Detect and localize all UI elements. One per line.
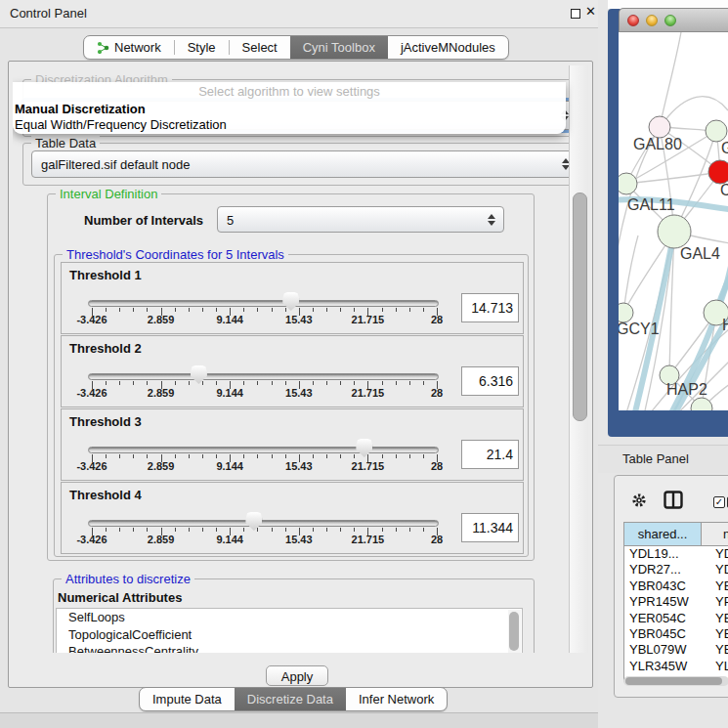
threshold-value-field[interactable]: 11.344 [461, 513, 519, 542]
threshold-value-field[interactable]: 14.713 [461, 293, 519, 322]
network-node[interactable] [619, 303, 633, 322]
cell-name[interactable]: YBR0 [702, 626, 728, 642]
cell-name[interactable]: YPR1 [702, 594, 728, 610]
tab-style[interactable]: Style [175, 36, 229, 59]
cell-shared-name[interactable]: YPR145W [624, 594, 702, 610]
attribute-list-item[interactable]: TopologicalCoefficient [57, 626, 522, 644]
slider-handle[interactable] [191, 365, 207, 384]
cell-shared-name[interactable]: YBL079W [624, 642, 702, 658]
cell-name[interactable]: YDR2 [702, 562, 728, 578]
cell-name[interactable]: YER0 [702, 611, 728, 626]
scale-label: -3.426 [76, 314, 107, 325]
dock-bottom-strip [0, 712, 598, 728]
table-row[interactable]: YLR345WYLR3 [624, 659, 728, 674]
tick-mark [423, 308, 424, 312]
attributes-list-scrollbar[interactable] [508, 610, 521, 653]
settings-scrollbar[interactable] [569, 65, 588, 653]
cell-name[interactable]: YDL1 [702, 546, 728, 562]
dropdown-item[interactable]: Equal Width/Frequency Discretization [13, 117, 566, 133]
tick-mark [243, 454, 244, 458]
tick-mark [313, 528, 314, 532]
tab-jactivemnodules[interactable]: jActiveMNodules [388, 36, 508, 59]
tick-mark [340, 454, 341, 458]
tick-mark [409, 528, 410, 532]
column-header-shared[interactable]: shared... [624, 523, 702, 546]
slider-track[interactable] [88, 447, 439, 453]
scrollbar-thumb[interactable] [573, 193, 587, 421]
num-intervals-combo[interactable]: 5 [217, 206, 504, 233]
tick-mark [354, 381, 355, 385]
checkbox-icon[interactable]: ✓ [713, 496, 725, 508]
attribute-list-item[interactable]: BetweennessCentrality [57, 643, 522, 653]
close-icon[interactable]: ✕ [585, 4, 596, 19]
tick-mark [340, 308, 341, 312]
zoom-traffic-light[interactable] [664, 15, 676, 26]
scale-label: 28 [431, 387, 443, 399]
tab-cyni-toolbox[interactable]: Cyni Toolbox [290, 36, 388, 59]
table-row[interactable]: YBR045CYBR0 [624, 626, 728, 642]
tick-mark [326, 308, 327, 312]
numerical-attributes-list[interactable]: SelfLoopsTopologicalCoefficientBetweenne… [56, 608, 523, 653]
minimize-traffic-light[interactable] [646, 15, 658, 26]
network-window-titlebar[interactable] [619, 8, 728, 32]
column-header-name[interactable]: n [702, 523, 728, 546]
network-node[interactable] [708, 160, 728, 184]
columns-icon[interactable] [664, 491, 684, 514]
tab-select[interactable]: Select [230, 36, 290, 59]
cell-shared-name[interactable]: YDR27... [624, 562, 702, 578]
slider-track[interactable] [88, 300, 439, 307]
cell-shared-name[interactable]: YLR345W [624, 659, 702, 674]
cell-name[interactable]: YBL0 [702, 642, 728, 658]
network-icon [97, 41, 109, 54]
node-label: GAL11 [627, 196, 675, 213]
threshold-value-field[interactable]: 21.4 [461, 440, 519, 469]
slider-handle[interactable] [245, 512, 262, 531]
scale-label: 28 [431, 314, 443, 325]
slider-track[interactable] [88, 520, 439, 527]
table-row[interactable]: YDR27...YDR2 [624, 562, 728, 578]
table-row[interactable]: YDL19...YDL1 [624, 546, 728, 562]
table-row[interactable]: YBL079WYBL0 [624, 642, 728, 658]
cell-name[interactable]: YBR0 [702, 578, 728, 594]
network-node[interactable] [649, 116, 670, 138]
slider-track[interactable] [88, 373, 439, 380]
attribute-list-item[interactable]: SelfLoops [57, 609, 522, 626]
bottom-tabstrip: Impute DataDiscretize DataInfer Network [139, 687, 448, 711]
cell-shared-name[interactable]: YBR045C [624, 626, 702, 642]
tick-mark [147, 381, 148, 385]
network-node[interactable] [706, 120, 727, 142]
table-row[interactable]: YBR043CYBR0 [624, 578, 728, 594]
cell-shared-name[interactable]: YDL19... [624, 546, 702, 562]
cell-shared-name[interactable]: YER054C [624, 611, 702, 626]
float-window-icon[interactable] [571, 9, 580, 19]
tick-mark [354, 308, 355, 312]
dropdown-placeholder-item[interactable]: Select algorithm to view settings [13, 82, 566, 102]
tab-infer-network[interactable]: Infer Network [346, 688, 447, 710]
close-traffic-light[interactable] [627, 15, 639, 26]
tick-mark [147, 454, 148, 458]
threshold-2-box: Threshold 2 6.316 -3.4262.8599.14415.432… [61, 335, 524, 407]
tick-mark [133, 454, 134, 458]
tab-discretize-data[interactable]: Discretize Data [235, 688, 346, 710]
network-node[interactable] [619, 173, 637, 194]
node-label: HAP2 [666, 381, 707, 398]
tab-impute-data[interactable]: Impute Data [140, 688, 235, 710]
threshold-value-field[interactable]: 6.316 [461, 366, 519, 396]
cell-name[interactable]: YLR3 [702, 659, 728, 674]
tick-mark [106, 454, 107, 458]
tab-network[interactable]: Network [84, 36, 174, 59]
cell-shared-name[interactable]: YBR043C [624, 578, 702, 594]
network-node[interactable] [658, 215, 691, 248]
gear-icon[interactable] [631, 492, 647, 512]
table-data-combo[interactable]: galFiltered.sif default node [31, 150, 578, 178]
table-horizontal-scrollbar[interactable] [623, 676, 728, 686]
dropdown-item[interactable]: Manual Discretization [13, 102, 566, 117]
network-canvas[interactable]: GAL80GCGAL11GAL4GCY1HHAP2 [619, 32, 728, 410]
table-row[interactable]: YER054CYER0 [624, 611, 728, 626]
table-row[interactable]: YPR145WYPR1 [624, 594, 728, 610]
control-panel-titlebar: Control Panel ✕ [0, 0, 598, 28]
apply-button[interactable]: Apply [266, 665, 328, 686]
node-table[interactable]: shared...n YDL19...YDL1YDR27...YDR2YBR04… [623, 522, 728, 682]
slider-handle[interactable] [356, 439, 372, 457]
scrollbar-thumb[interactable] [625, 677, 722, 685]
